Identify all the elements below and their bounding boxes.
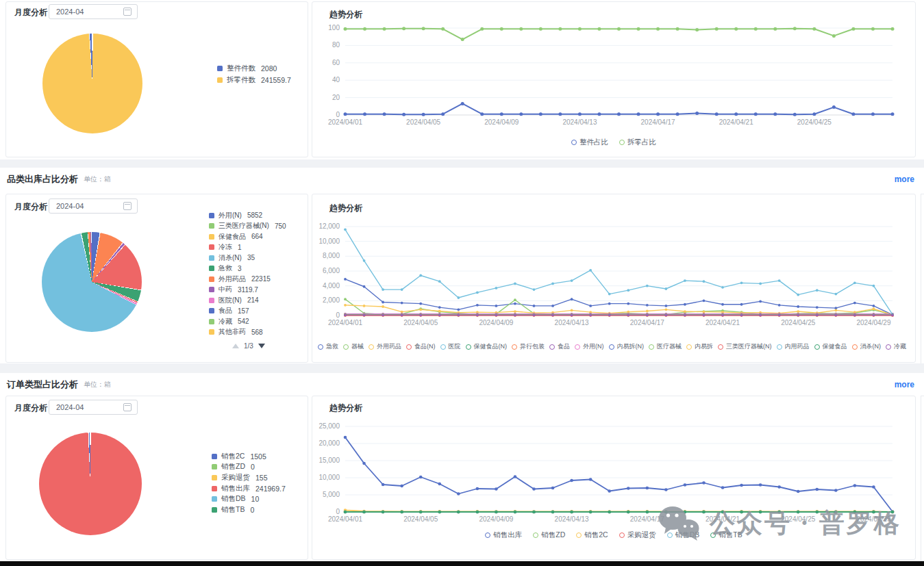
pie-chart-category	[42, 232, 142, 332]
month-picker[interactable]: 2024-04	[49, 4, 138, 19]
legend-label: 外用(N)	[218, 211, 242, 220]
legend-label: 其他非药	[218, 327, 246, 337]
legend-label: 销售ZD	[221, 462, 245, 472]
trend-legend-item[interactable]: 器械	[343, 342, 364, 351]
pie-legend-item[interactable]: 三类医疗器械(N)750	[209, 221, 286, 232]
pie-legend-item[interactable]: 外用药品22315	[209, 274, 286, 285]
trend-legend-volume: 整件占比拆零占比	[312, 138, 915, 147]
trend-legend-item[interactable]: 急救	[318, 342, 338, 351]
trend-title: 趋势分析	[329, 402, 362, 414]
svg-text:10,000: 10,000	[319, 474, 340, 481]
legend-label: 内用药品	[785, 342, 810, 351]
trend-legend-item[interactable]: 拆零占比	[619, 138, 656, 147]
pie-legend-item[interactable]: 采购退货155	[212, 472, 286, 483]
legend-ring-marker	[512, 344, 517, 350]
legend-marker	[217, 66, 223, 71]
trend-legend-item[interactable]: 采购退货	[619, 530, 656, 540]
section-title: 订单类型占比分析	[7, 378, 78, 391]
pie-legend-item[interactable]: 保健食品664	[209, 231, 286, 242]
pie-legend-item[interactable]: 食品157	[209, 306, 286, 317]
more-link-category[interactable]: more	[895, 175, 914, 184]
trend-legend-item[interactable]: 医疗器械	[649, 342, 682, 351]
legend-label: 中药	[218, 285, 232, 294]
pie-chart-order-type	[39, 433, 142, 535]
more-link-order-type[interactable]: more	[895, 380, 914, 389]
legend-label: 急救	[218, 263, 232, 273]
trend-legend-item[interactable]: 消杀(N)	[852, 342, 882, 351]
pie-legend-item[interactable]: 销售DB10	[212, 493, 286, 504]
trend-legend-item[interactable]: 销售2C	[576, 530, 608, 540]
legend-label: 销售出库	[493, 530, 522, 540]
legend-marker	[209, 255, 214, 261]
section-header-category: 品类出库占比分析 单位：箱 more	[0, 170, 924, 188]
next-card-edge	[921, 194, 924, 364]
month-picker[interactable]: 2024-04	[49, 400, 138, 415]
legend-value: 10	[251, 495, 260, 503]
trend-legend-item[interactable]: 保健食品	[814, 342, 847, 351]
pie-legend-item[interactable]: 消杀(N)35	[209, 253, 286, 263]
legend-label: 外用(N)	[583, 342, 604, 351]
page-down-arrow-icon[interactable]	[258, 344, 265, 348]
calendar-icon[interactable]	[123, 8, 132, 16]
svg-text:0: 0	[336, 111, 340, 118]
legend-value: 241969.7	[255, 485, 286, 493]
pie-legend-item[interactable]: 外用(N)5852	[209, 210, 286, 221]
calendar-icon[interactable]	[123, 403, 132, 411]
legend-label: 异行包装	[520, 342, 545, 351]
pie-legend-item[interactable]: 冷藏542	[209, 316, 286, 327]
month-picker-value: 2024-04	[56, 202, 123, 210]
month-picker[interactable]: 2024-04	[49, 198, 138, 214]
calendar-icon[interactable]	[123, 202, 132, 210]
trend-legend-item[interactable]: 销售TB	[710, 530, 742, 540]
legend-marker	[212, 486, 217, 491]
trend-legend-item[interactable]: 销售出库	[485, 530, 522, 540]
trend-legend-item[interactable]: 异行包装	[512, 342, 545, 351]
trend-legend-item[interactable]: 医院	[440, 342, 461, 351]
trend-legend-item[interactable]: 外用药品	[369, 342, 401, 351]
legend-ring-marker	[710, 532, 716, 538]
trend-legend-item[interactable]: 内易拆	[686, 342, 713, 351]
legend-marker	[209, 308, 214, 313]
legend-label: 销售ZD	[541, 530, 565, 540]
svg-text:2024/04/17: 2024/04/17	[630, 319, 664, 326]
trend-legend-item[interactable]: 冷藏	[886, 342, 906, 351]
trend-legend-item[interactable]: 外用(N)	[575, 342, 604, 351]
pie-legend-item[interactable]: 销售ZD0	[212, 462, 286, 473]
svg-text:2024/04/13: 2024/04/13	[562, 118, 597, 126]
legend-marker	[212, 507, 217, 513]
legend-label: 外用药品	[218, 274, 246, 284]
pie-legend-item[interactable]: 冷冻1	[209, 242, 286, 253]
pie-legend-item[interactable]: 销售2C1505	[212, 451, 286, 462]
pie-legend-item[interactable]: 医院(N)214	[209, 295, 286, 306]
monthly-pie-card-category: 月度分析 2024-04 外用(N)5852三类医疗器械(N)750保健食品66…	[5, 194, 308, 363]
pie-legend-item[interactable]: 销售出库241969.7	[212, 483, 286, 494]
legend-value: 0	[250, 506, 254, 514]
trend-legend-item[interactable]: 整件占比	[571, 138, 608, 147]
page-up-arrow-icon[interactable]	[232, 344, 239, 348]
trend-legend-item[interactable]: 食品(N)	[406, 342, 436, 351]
pie-legend-item[interactable]: 急救3	[209, 263, 286, 274]
legend-ring-marker	[549, 344, 555, 350]
trend-legend-item[interactable]: 三类医疗器械(N)	[718, 342, 772, 351]
legend-label: 食品(N)	[414, 342, 436, 351]
svg-text:2024/04/21: 2024/04/21	[706, 319, 740, 326]
pie-legend-item[interactable]: 整件件数2080	[217, 62, 291, 74]
pie-legend-item[interactable]: 中药3119.7	[209, 285, 286, 296]
trend-legend-item[interactable]: 销售ZD	[533, 530, 565, 540]
svg-text:6,000: 6,000	[323, 267, 340, 274]
legend-label: 消杀(N)	[218, 253, 242, 263]
monthly-analysis-label: 月度分析	[14, 402, 47, 414]
svg-text:2024/04/09: 2024/04/09	[479, 319, 513, 326]
pie-legend-item[interactable]: 拆零件数241559.7	[217, 74, 291, 86]
trend-legend-item[interactable]: 内易拆(N)	[609, 342, 645, 351]
svg-text:2024/04/29: 2024/04/29	[856, 319, 890, 326]
pie-legend-item[interactable]: 销售TB0	[212, 504, 286, 515]
pie-legend-item[interactable]: 其他非药568	[209, 327, 286, 338]
trend-legend-item[interactable]: 销售DB	[667, 530, 700, 540]
trend-legend-item[interactable]: 保健食品(N)	[466, 342, 508, 351]
trend-legend-item[interactable]: 食品	[549, 342, 570, 351]
legend-ring-marker	[886, 344, 891, 350]
trend-legend-item[interactable]: 内用药品	[777, 342, 810, 351]
trend-title: 趋势分析	[329, 203, 362, 214]
svg-text:20,000: 20,000	[319, 439, 340, 447]
